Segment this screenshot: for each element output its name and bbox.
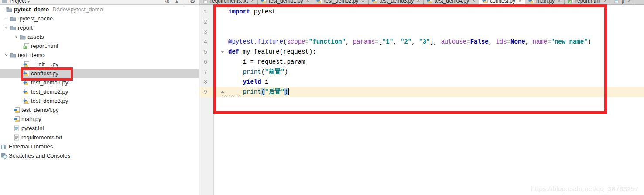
- project-tree: pytest_demoD:\dev\pytest_demo›.pytest_ca…: [0, 5, 199, 160]
- red-annotation-rect-editor: [213, 4, 607, 114]
- editor-area: requirements.txt×test_demo1.py×test_demo…: [199, 0, 644, 195]
- chevron-right-icon[interactable]: ›: [3, 16, 10, 21]
- tree-item-label: assets: [27, 34, 44, 40]
- tree-item-test-demo4-py[interactable]: test_demo4.py: [0, 105, 199, 114]
- close-icon[interactable]: ×: [518, 0, 521, 4]
- tab-label: main.py: [536, 0, 555, 4]
- tab-requirements-txt[interactable]: requirements.txt×: [199, 0, 258, 4]
- python-icon: [427, 0, 432, 4]
- tab-p[interactable]: p×: [610, 0, 634, 4]
- panel-header-actions: ⊕▴⚙: [165, 0, 195, 4]
- tree-item-label: requirements.txt: [21, 134, 62, 141]
- tab-label: report.html: [575, 0, 600, 4]
- project-panel-header: Project ▾ ⊕▴⚙: [0, 0, 199, 5]
- close-icon[interactable]: ×: [603, 0, 606, 4]
- tree-item-main-py[interactable]: main.py: [0, 114, 199, 124]
- tab-test-demo2-py[interactable]: test_demo2.py×: [313, 0, 369, 4]
- tree-item-report-html[interactable]: Hreport.html: [0, 41, 199, 50]
- folder-icon: [20, 34, 27, 40]
- tree-item-label: main.py: [21, 116, 41, 122]
- python-icon: [372, 0, 377, 4]
- lib-icon: [1, 144, 9, 150]
- python-icon: [261, 0, 267, 4]
- tab-test-demo4-py[interactable]: test_demo4.py×: [424, 0, 479, 4]
- close-icon[interactable]: ×: [306, 0, 309, 4]
- tree-item-label: External Libraries: [9, 143, 53, 150]
- tree-item-label: Scratches and Consoles: [9, 152, 70, 159]
- folder-icon: [10, 25, 18, 31]
- tab-main-py[interactable]: main.py×: [525, 0, 565, 4]
- close-icon[interactable]: ×: [558, 0, 561, 4]
- settings-icon[interactable]: ⚙: [190, 0, 195, 4]
- txt-icon: [14, 134, 21, 141]
- tab-report-html[interactable]: Hreport.html×: [565, 0, 610, 4]
- collapse-icon[interactable]: ▴: [175, 0, 178, 4]
- python-icon: [316, 0, 322, 4]
- tab-label: conftest.py: [490, 0, 515, 4]
- html-icon: H: [568, 0, 573, 4]
- tree-item-label: __init__.py: [31, 61, 58, 67]
- svg-text:H: H: [24, 46, 27, 49]
- folder-icon: [10, 16, 18, 22]
- python-icon: [528, 0, 534, 4]
- python-icon: [23, 89, 31, 95]
- tree-item-test-demo[interactable]: ›test_demo: [0, 50, 199, 60]
- tab-test-demo3-py[interactable]: test_demo3.py×: [369, 0, 424, 4]
- tree-item-label: test_demo4.py: [21, 107, 58, 113]
- chevron-down-icon[interactable]: ›: [3, 52, 10, 58]
- close-icon[interactable]: ×: [251, 0, 254, 4]
- tree-item-label: report: [18, 24, 33, 31]
- tree-item-external-libraries[interactable]: External Libraries: [0, 142, 199, 151]
- python-icon: [23, 98, 31, 104]
- chevron-down-icon[interactable]: ▾: [27, 0, 30, 4]
- tab-label: test_demo4.py: [435, 0, 469, 4]
- tree-item-report[interactable]: ›report: [0, 23, 199, 32]
- scratch-icon: [1, 153, 9, 159]
- ini-icon: [613, 0, 619, 4]
- tree-item-pytest-demo[interactable]: pytest_demoD:\dev\pytest_demo: [0, 5, 199, 14]
- chevron-right-icon[interactable]: ›: [13, 34, 20, 40]
- project-path: D:\dev\pytest_demo: [52, 6, 103, 13]
- python-icon: [14, 107, 21, 113]
- tab-label: requirements.txt: [210, 0, 248, 4]
- tree-item-test-demo2-py[interactable]: test_demo2.py: [0, 87, 199, 96]
- tab-label: test_demo1.py: [269, 0, 303, 4]
- tab-test-demo1-py[interactable]: test_demo1.py×: [258, 0, 313, 4]
- python-icon: [14, 116, 21, 122]
- close-icon[interactable]: ×: [627, 0, 630, 4]
- close-icon[interactable]: ×: [472, 0, 475, 4]
- python-icon: [23, 61, 31, 67]
- folder-icon: [6, 7, 14, 13]
- red-annotation-rect-tree: [21, 67, 73, 81]
- project-tool-window: Project ▾ ⊕▴⚙ pytest_demoD:\dev\pytest_d…: [0, 0, 199, 195]
- tree-item-pytest-ini[interactable]: pytest.ini: [0, 124, 199, 133]
- svg-text:H: H: [569, 1, 571, 3]
- ini-icon: [14, 125, 21, 131]
- divider: [184, 0, 184, 4]
- locate-icon[interactable]: ⊕: [165, 0, 170, 4]
- tree-item-label: test_demo: [18, 52, 45, 58]
- tab-label: test_demo2.py: [324, 0, 359, 4]
- close-icon[interactable]: ×: [362, 0, 365, 4]
- folder-icon: [10, 52, 18, 58]
- tree-item-scratches-and-consoles[interactable]: Scratches and Consoles: [0, 151, 199, 160]
- chevron-down-icon[interactable]: ›: [3, 25, 10, 30]
- tree-item-test-demo3-py[interactable]: test_demo3.py: [0, 96, 199, 105]
- close-icon[interactable]: ×: [417, 0, 420, 4]
- html-icon: H: [23, 43, 31, 49]
- tree-item-requirements-txt[interactable]: requirements.txt: [0, 133, 199, 142]
- tree-item-label: pytest.ini: [21, 125, 44, 131]
- python-icon: [482, 0, 488, 4]
- tree-item-label: pytest_demo: [14, 6, 49, 13]
- panel-title: Project: [10, 0, 26, 4]
- tool-window-icon: [2, 0, 7, 3]
- tree-item-assets[interactable]: ›assets: [0, 32, 199, 41]
- tree-item-pytest-cache[interactable]: ›.pytest_cache: [0, 14, 199, 23]
- tab-conftest-py[interactable]: conftest.py×: [479, 0, 525, 4]
- watermark: https://blog.csdn.net/qq_38783257: [531, 185, 639, 192]
- tree-item-label: report.html: [31, 43, 58, 49]
- tab-label: test_demo3.py: [380, 0, 414, 4]
- tree-item-label: .pytest_cache: [18, 15, 53, 22]
- tree-item-label: test_demo3.py: [31, 98, 68, 104]
- tree-item-label: test_demo2.py: [31, 88, 68, 95]
